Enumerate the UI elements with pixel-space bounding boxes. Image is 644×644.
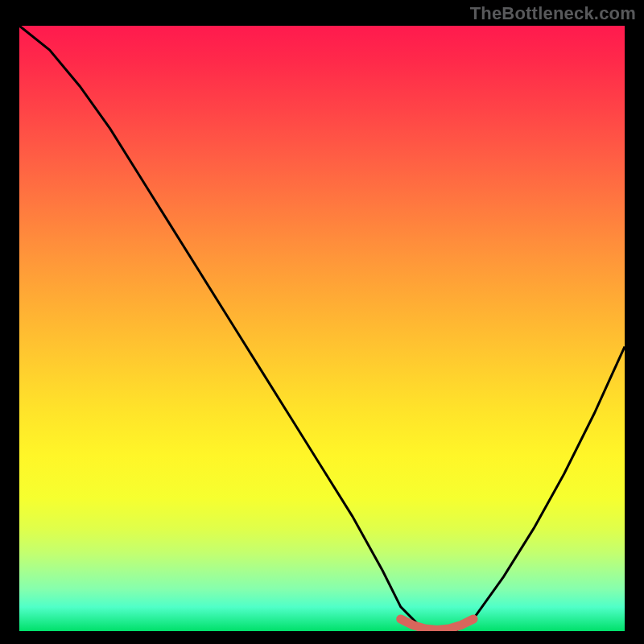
chart-frame: TheBottleneck.com [0, 0, 644, 644]
watermark: TheBottleneck.com [470, 3, 636, 24]
highlight-path [401, 619, 473, 630]
plot-area [19, 26, 625, 631]
optimal-range-highlight [19, 26, 625, 631]
